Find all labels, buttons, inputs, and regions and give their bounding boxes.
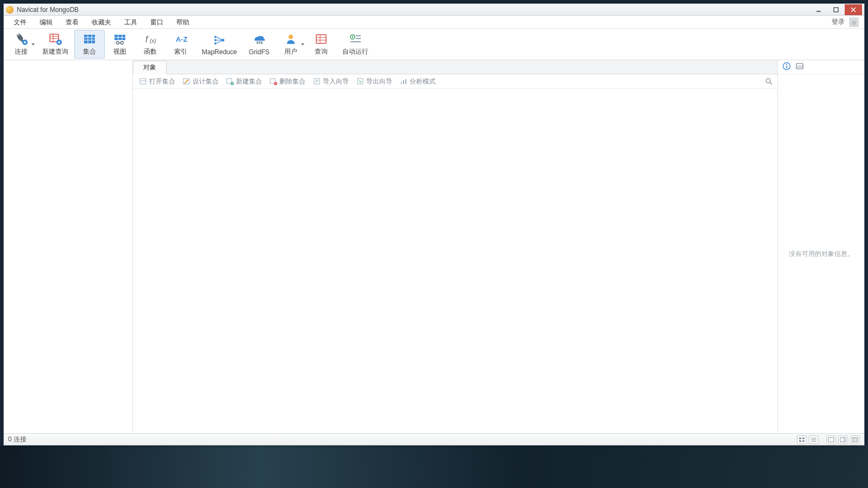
svg-text:(x): (x) bbox=[150, 38, 156, 44]
svg-line-5 bbox=[17, 35, 18, 36]
app-icon bbox=[6, 6, 14, 14]
maximize-button[interactable] bbox=[827, 4, 845, 15]
info-empty-text: 没有可用的对象信息。 bbox=[789, 249, 854, 259]
body: 对象 打开集合 设计集合 新建集合 删除集合 导入向导 导出向导 分析模式 bbox=[4, 60, 864, 433]
design-icon bbox=[183, 78, 190, 85]
new-collection-button[interactable]: 新建集合 bbox=[223, 75, 265, 88]
menubar: 文件 编辑 查看 收藏夹 工具 窗口 帮助 登录 bbox=[4, 16, 864, 29]
app-window: Navicat for MongoDB 文件 编辑 查看 收藏夹 工具 窗口 帮… bbox=[3, 3, 865, 446]
autorun-icon bbox=[348, 33, 362, 45]
avatar-icon[interactable] bbox=[849, 17, 859, 27]
index-label: 索引 bbox=[174, 47, 187, 56]
autorun-button[interactable]: 自动运行 bbox=[336, 30, 374, 59]
close-icon bbox=[851, 7, 856, 12]
svg-point-34 bbox=[214, 39, 216, 41]
svg-rect-18 bbox=[84, 35, 95, 43]
delete-collection-button[interactable]: 删除集合 bbox=[266, 75, 309, 88]
svg-rect-87 bbox=[852, 438, 858, 442]
panel-layout-1[interactable] bbox=[826, 435, 836, 444]
svg-point-70 bbox=[766, 79, 770, 83]
search-button[interactable] bbox=[764, 77, 773, 86]
index-icon: A-Z bbox=[174, 33, 188, 45]
minimize-icon bbox=[816, 7, 821, 12]
new-icon bbox=[226, 78, 234, 85]
info-icon[interactable] bbox=[782, 62, 791, 72]
function-button[interactable]: f(x) 函数 bbox=[135, 30, 165, 59]
plug-icon bbox=[14, 33, 28, 45]
function-icon: f(x) bbox=[143, 33, 157, 45]
menu-window[interactable]: 窗口 bbox=[144, 16, 170, 29]
panel-layout-3[interactable] bbox=[850, 435, 860, 444]
svg-point-43 bbox=[289, 35, 293, 39]
svg-rect-53 bbox=[140, 79, 146, 84]
design-collection-button[interactable]: 设计集合 bbox=[180, 75, 222, 88]
main-area: 对象 打开集合 设计集合 新建集合 删除集合 导入向导 导出向导 分析模式 bbox=[133, 60, 777, 433]
svg-point-33 bbox=[214, 36, 216, 38]
svg-rect-42 bbox=[261, 41, 263, 44]
svg-rect-77 bbox=[799, 438, 801, 439]
tabstrip: 对象 bbox=[133, 60, 777, 74]
svg-point-27 bbox=[117, 42, 119, 44]
connection-tree[interactable] bbox=[4, 60, 133, 433]
tab-objects[interactable]: 对象 bbox=[133, 61, 167, 74]
connect-label: 连接 bbox=[15, 47, 28, 56]
view-label: 视图 bbox=[113, 47, 126, 56]
mapreduce-label: MapReduce bbox=[202, 48, 237, 56]
svg-rect-74 bbox=[786, 66, 787, 68]
view-list-button[interactable] bbox=[809, 435, 819, 444]
svg-rect-78 bbox=[802, 438, 805, 439]
info-panel: DDL 没有可用的对象信息。 bbox=[777, 60, 864, 433]
analyze-button[interactable]: 分析模式 bbox=[397, 75, 439, 88]
panel-layout-2[interactable] bbox=[838, 435, 848, 444]
export-wizard-button[interactable]: 导出向导 bbox=[353, 75, 395, 88]
export-wizard-label: 导出向导 bbox=[366, 77, 392, 86]
query-label: 查询 bbox=[315, 47, 328, 56]
view-icons-button[interactable] bbox=[797, 435, 807, 444]
object-list-area[interactable] bbox=[133, 89, 777, 433]
statusbar: 0 连接 bbox=[4, 433, 864, 445]
user-button[interactable]: 用户 bbox=[276, 30, 306, 59]
svg-text:f: f bbox=[145, 35, 149, 44]
svg-rect-67 bbox=[401, 82, 402, 84]
query-icon bbox=[314, 33, 328, 45]
status-text: 0 连接 bbox=[8, 435, 27, 444]
new-query-button[interactable]: 新建查询 bbox=[36, 30, 74, 59]
analyze-label: 分析模式 bbox=[410, 77, 436, 86]
window-title: Navicat for MongoDB bbox=[17, 6, 79, 14]
svg-rect-68 bbox=[403, 80, 404, 84]
table-icon bbox=[82, 33, 97, 45]
delete-collection-label: 删除集合 bbox=[279, 77, 305, 86]
menu-edit[interactable]: 编辑 bbox=[33, 16, 59, 29]
mapreduce-button[interactable]: MapReduce bbox=[196, 30, 243, 59]
menu-fav[interactable]: 收藏夹 bbox=[85, 16, 118, 29]
collection-button[interactable]: 集合 bbox=[74, 30, 105, 59]
svg-rect-69 bbox=[405, 79, 406, 84]
svg-point-35 bbox=[214, 42, 216, 44]
view-button[interactable]: 视图 bbox=[105, 30, 135, 59]
user-label: 用户 bbox=[284, 47, 297, 56]
open-collection-label: 打开集合 bbox=[149, 77, 175, 86]
object-toolbar: 打开集合 设计集合 新建集合 删除集合 导入向导 导出向导 分析模式 bbox=[133, 74, 777, 89]
connect-button[interactable]: 连接 bbox=[6, 30, 36, 59]
desktop-background bbox=[0, 446, 868, 488]
index-button[interactable]: A-Z 索引 bbox=[165, 30, 196, 59]
query-button[interactable]: 查询 bbox=[306, 30, 336, 59]
import-wizard-label: 导入向导 bbox=[323, 77, 349, 86]
gridfs-button[interactable]: GridFS bbox=[243, 30, 276, 59]
menu-file[interactable]: 文件 bbox=[7, 16, 33, 29]
svg-rect-79 bbox=[799, 440, 801, 442]
import-wizard-button[interactable]: 导入向导 bbox=[310, 75, 352, 88]
svg-line-37 bbox=[216, 37, 222, 40]
menu-tools[interactable]: 工具 bbox=[118, 16, 144, 29]
svg-rect-1 bbox=[834, 8, 838, 12]
svg-point-28 bbox=[121, 42, 124, 44]
menu-view[interactable]: 查看 bbox=[59, 16, 85, 29]
minimize-button[interactable] bbox=[810, 4, 827, 15]
open-collection-button[interactable]: 打开集合 bbox=[136, 75, 178, 88]
close-button[interactable] bbox=[845, 4, 862, 15]
login-link[interactable]: 登录 bbox=[832, 17, 845, 27]
gridfs-icon bbox=[252, 34, 266, 46]
menu-help[interactable]: 帮助 bbox=[170, 16, 196, 29]
ddl-icon[interactable]: DDL bbox=[795, 62, 804, 72]
new-query-label: 新建查询 bbox=[42, 47, 68, 56]
